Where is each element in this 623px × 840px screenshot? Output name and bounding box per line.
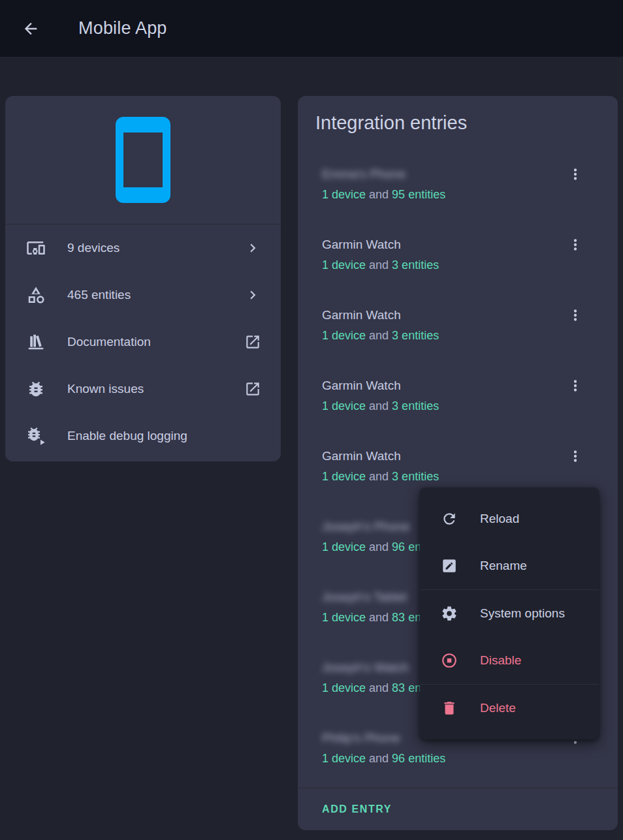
bookshelf-icon (26, 332, 46, 352)
entry-subtitle-conjunction: and (369, 540, 392, 553)
menu-item-label: Delete (480, 701, 516, 715)
entry-entities-link[interactable]: 3 entities (392, 399, 439, 412)
dots-vertical-icon (567, 166, 584, 183)
entry-name: Garmin Watch (322, 448, 559, 465)
entry-subtitle: 1 device and 95 entities (322, 186, 559, 203)
entries-card-title: Integration entries (315, 112, 467, 134)
integration-entry: Emma's Phone 1 device and 95 entities (298, 149, 618, 219)
cellphone-icon (96, 113, 190, 207)
entry-menu-button[interactable] (560, 159, 591, 190)
info-row-label: Known issues (67, 382, 244, 396)
dots-vertical-icon (567, 377, 584, 394)
info-row-known-issues[interactable]: Known issues (5, 366, 281, 412)
context-menu-list: Reload Rename System options Disable Del… (420, 495, 599, 732)
entry-subtitle-conjunction: and (369, 399, 392, 412)
info-list: 9 devices 465 entities Documentation Kno… (5, 225, 281, 459)
integration-hero (5, 96, 281, 224)
entry-subtitle-conjunction: and (369, 258, 392, 272)
chevron-right-icon (244, 240, 261, 257)
page-title: Mobile App (78, 18, 167, 39)
devices-icon (26, 238, 46, 258)
screen: Mobile App 9 devices 465 entities Docume… (0, 0, 623, 840)
integration-entry: Garmin Watch 1 device and 3 entities (298, 219, 618, 290)
entry-devices-link[interactable]: 1 device (322, 399, 366, 412)
menu-item-label: Reload (480, 512, 519, 526)
info-row-label: Enable debug logging (67, 429, 261, 443)
entry-menu-button[interactable] (560, 441, 591, 472)
entry-devices-link[interactable]: 1 device (322, 752, 366, 765)
open-in-new-icon (244, 334, 261, 350)
info-row-label: Documentation (67, 335, 244, 349)
entry-subtitle: 1 device and 3 entities (322, 397, 559, 414)
menu-item-label: System options (480, 606, 565, 621)
back-button[interactable] (15, 13, 46, 44)
entry-devices-link[interactable]: 1 device (322, 258, 366, 272)
menu-item-label: Rename (480, 559, 527, 573)
entry-entities-link[interactable]: 95 entities (392, 188, 445, 201)
dots-vertical-icon (567, 448, 584, 465)
entry-menu-button[interactable] (560, 300, 591, 331)
entry-entities-link[interactable]: 3 entities (392, 470, 439, 483)
entry-subtitle: 1 device and 3 entities (322, 468, 559, 485)
entry-name: Garmin Watch (322, 307, 559, 324)
info-row-enable-debug-logging[interactable]: Enable debug logging (5, 412, 281, 459)
menu-item-delete[interactable]: Delete (420, 685, 599, 732)
entry-name: Garmin Watch (322, 236, 559, 253)
entry-devices-link[interactable]: 1 device (322, 188, 366, 201)
stop-circle-outline-icon (441, 652, 458, 669)
entry-devices-link[interactable]: 1 device (322, 681, 366, 694)
delete-icon (441, 700, 458, 717)
entry-subtitle: 1 device and 96 entities (322, 750, 559, 767)
info-row-label: 465 entities (67, 288, 244, 302)
entry-devices-link[interactable]: 1 device (322, 329, 366, 342)
entry-subtitle-conjunction: and (369, 470, 392, 483)
pencil-box-icon (441, 557, 458, 574)
shape-outline-icon (26, 285, 46, 305)
entry-devices-link[interactable]: 1 device (322, 540, 366, 553)
entry-subtitle-conjunction: and (369, 611, 392, 624)
info-row-465-entities[interactable]: 465 entities (5, 272, 281, 319)
bug-play-icon (26, 426, 46, 446)
entry-subtitle: 1 device and 3 entities (322, 257, 559, 273)
entry-entities-link[interactable]: 3 entities (392, 329, 439, 342)
bug-icon (26, 379, 46, 399)
menu-item-system-options[interactable]: System options (420, 590, 599, 637)
entry-menu-button[interactable] (560, 229, 591, 260)
reload-icon (441, 510, 458, 527)
dots-vertical-icon (567, 236, 584, 253)
entry-devices-link[interactable]: 1 device (322, 470, 366, 483)
integration-entry: Garmin Watch 1 device and 3 entities (298, 290, 618, 360)
menu-item-reload[interactable]: Reload (420, 495, 599, 542)
entry-subtitle-conjunction: and (369, 188, 392, 201)
add-entry-button[interactable]: ADD ENTRY (298, 788, 618, 830)
entry-subtitle-conjunction: and (369, 329, 392, 342)
entry-subtitle-conjunction: and (369, 752, 392, 765)
menu-item-rename[interactable]: Rename (420, 542, 599, 589)
menu-item-disable[interactable]: Disable (420, 637, 599, 684)
entry-name: Emma's Phone (322, 166, 559, 183)
entry-subtitle-conjunction: and (369, 681, 392, 694)
menu-item-label: Disable (480, 653, 521, 668)
entry-name: Garmin Watch (322, 377, 559, 394)
arrow-left-icon (22, 20, 40, 38)
entry-devices-link[interactable]: 1 device (322, 611, 366, 624)
info-row-label: 9 devices (67, 241, 244, 255)
app-header: Mobile App (0, 0, 623, 57)
cog-icon (441, 605, 458, 622)
entry-entities-link[interactable]: 96 entities (392, 752, 445, 765)
info-row-documentation[interactable]: Documentation (5, 319, 281, 366)
open-in-new-icon (244, 381, 261, 397)
integration-entry: Garmin Watch 1 device and 3 entities (298, 360, 618, 431)
dots-vertical-icon (567, 307, 584, 324)
entry-menu-button[interactable] (560, 370, 591, 401)
info-row-9-devices[interactable]: 9 devices (5, 225, 281, 272)
entry-entities-link[interactable]: 3 entities (392, 258, 439, 272)
integration-info-card: 9 devices 465 entities Documentation Kno… (5, 96, 281, 461)
entry-subtitle: 1 device and 3 entities (322, 327, 559, 344)
chevron-right-icon (244, 287, 261, 303)
entry-context-menu: Reload Rename System options Disable Del… (420, 488, 599, 739)
